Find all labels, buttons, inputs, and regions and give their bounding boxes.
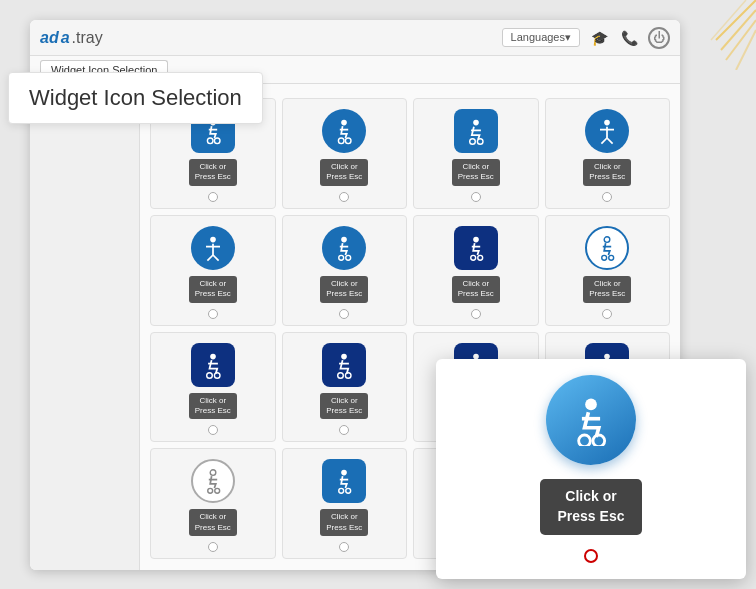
svg-point-37 bbox=[338, 372, 344, 378]
preview-icon-large bbox=[546, 375, 636, 465]
preview-radio[interactable] bbox=[584, 549, 598, 563]
radio-4[interactable] bbox=[602, 192, 612, 202]
svg-point-50 bbox=[346, 489, 351, 494]
svg-point-11 bbox=[473, 120, 479, 126]
svg-point-31 bbox=[602, 255, 607, 260]
svg-point-10 bbox=[346, 138, 352, 144]
radio-7[interactable] bbox=[471, 309, 481, 319]
click-label-7: Click orPress Esc bbox=[452, 276, 500, 303]
icon-cell-13[interactable]: Click orPress Esc bbox=[150, 448, 276, 559]
cap-icon-button[interactable]: 🎓 bbox=[588, 27, 610, 49]
wheelchair-icon-14 bbox=[322, 459, 366, 503]
radio-9[interactable] bbox=[208, 425, 218, 435]
preview-popup: Click or Press Esc bbox=[436, 359, 746, 579]
icon-cell-5[interactable]: Click orPress Esc bbox=[150, 215, 276, 326]
svg-line-3 bbox=[736, 30, 756, 70]
svg-point-13 bbox=[477, 139, 483, 145]
language-button[interactable]: Languages▾ bbox=[502, 28, 580, 47]
icon-cell-7[interactable]: Click orPress Esc bbox=[413, 215, 539, 326]
power-icon-button[interactable]: ⏻ bbox=[648, 27, 670, 49]
radio-3[interactable] bbox=[471, 192, 481, 202]
svg-point-46 bbox=[208, 489, 213, 494]
svg-point-57 bbox=[585, 399, 597, 411]
radio-10[interactable] bbox=[339, 425, 349, 435]
svg-line-17 bbox=[602, 138, 608, 144]
click-label-6: Click orPress Esc bbox=[320, 276, 368, 303]
app-logo: ada.tray bbox=[40, 29, 103, 47]
click-label-3: Click orPress Esc bbox=[452, 159, 500, 186]
click-label-4: Click orPress Esc bbox=[583, 159, 631, 186]
svg-point-48 bbox=[341, 470, 347, 476]
svg-line-23 bbox=[213, 255, 219, 261]
svg-point-27 bbox=[473, 237, 479, 243]
logo-ada: ad bbox=[40, 29, 59, 47]
svg-line-22 bbox=[207, 255, 213, 261]
click-label-13: Click orPress Esc bbox=[189, 509, 237, 536]
svg-point-58 bbox=[579, 435, 591, 446]
svg-point-32 bbox=[609, 255, 614, 260]
svg-point-9 bbox=[339, 138, 345, 144]
svg-point-6 bbox=[207, 138, 213, 144]
radio-6[interactable] bbox=[339, 309, 349, 319]
click-label-10: Click orPress Esc bbox=[320, 393, 368, 420]
wheelchair-icon-6 bbox=[322, 226, 366, 270]
radio-13[interactable] bbox=[208, 542, 218, 552]
click-label-5: Click orPress Esc bbox=[189, 276, 237, 303]
deco-lines-icon bbox=[686, 0, 756, 70]
radio-5[interactable] bbox=[208, 309, 218, 319]
svg-point-12 bbox=[469, 139, 475, 145]
preview-click-label[interactable]: Click or Press Esc bbox=[540, 479, 643, 534]
click-label-8: Click orPress Esc bbox=[583, 276, 631, 303]
svg-point-19 bbox=[210, 237, 216, 243]
page-title: Widget Icon Selection bbox=[29, 85, 242, 111]
radio-8[interactable] bbox=[602, 309, 612, 319]
svg-point-59 bbox=[593, 435, 605, 446]
svg-point-7 bbox=[214, 138, 220, 144]
click-label-1: Click orPress Esc bbox=[189, 159, 237, 186]
wheelchair-icon-2 bbox=[322, 109, 366, 153]
click-label-2: Click orPress Esc bbox=[320, 159, 368, 186]
page-title-badge: Widget Icon Selection bbox=[8, 72, 263, 124]
svg-point-34 bbox=[206, 372, 212, 378]
wheelchair-icon-7 bbox=[454, 226, 498, 270]
svg-point-47 bbox=[215, 489, 220, 494]
svg-line-4 bbox=[711, 0, 746, 40]
svg-line-18 bbox=[607, 138, 613, 144]
radio-2[interactable] bbox=[339, 192, 349, 202]
wheelchair-icon-3 bbox=[454, 109, 498, 153]
svg-point-29 bbox=[478, 255, 483, 260]
accessibility-icon-4 bbox=[585, 109, 629, 153]
icon-cell-8[interactable]: Click orPress Esc bbox=[545, 215, 671, 326]
svg-point-36 bbox=[341, 353, 347, 359]
svg-point-26 bbox=[346, 255, 351, 260]
icon-cell-2[interactable]: Click orPress Esc bbox=[282, 98, 408, 209]
icon-cell-10[interactable]: Click orPress Esc bbox=[282, 332, 408, 443]
logo-tray: .tray bbox=[72, 29, 103, 47]
icon-cell-6[interactable]: Click orPress Esc bbox=[282, 215, 408, 326]
wheelchair-icon-9 bbox=[191, 343, 235, 387]
radio-1[interactable] bbox=[208, 192, 218, 202]
sidebar bbox=[30, 84, 140, 570]
wheelchair-icon-13 bbox=[191, 459, 235, 503]
radio-14[interactable] bbox=[339, 542, 349, 552]
wheelchair-icon-10 bbox=[322, 343, 366, 387]
svg-point-35 bbox=[214, 372, 220, 378]
logo-dot: a bbox=[61, 29, 70, 47]
icon-cell-4[interactable]: Click orPress Esc bbox=[545, 98, 671, 209]
svg-point-49 bbox=[339, 489, 344, 494]
accessibility-icon-5 bbox=[191, 226, 235, 270]
wheelchair-icon-8 bbox=[585, 226, 629, 270]
svg-point-8 bbox=[341, 120, 347, 126]
click-label-14: Click orPress Esc bbox=[320, 509, 368, 536]
icon-cell-14[interactable]: Click orPress Esc bbox=[282, 448, 408, 559]
svg-point-24 bbox=[341, 237, 347, 243]
svg-point-14 bbox=[604, 120, 610, 126]
svg-point-45 bbox=[210, 470, 216, 476]
svg-point-38 bbox=[346, 372, 352, 378]
icon-cell-3[interactable]: Click orPress Esc bbox=[413, 98, 539, 209]
phone-icon-button[interactable]: 📞 bbox=[618, 27, 640, 49]
icon-cell-9[interactable]: Click orPress Esc bbox=[150, 332, 276, 443]
svg-point-28 bbox=[471, 255, 476, 260]
svg-point-25 bbox=[339, 255, 344, 260]
click-label-9: Click orPress Esc bbox=[189, 393, 237, 420]
